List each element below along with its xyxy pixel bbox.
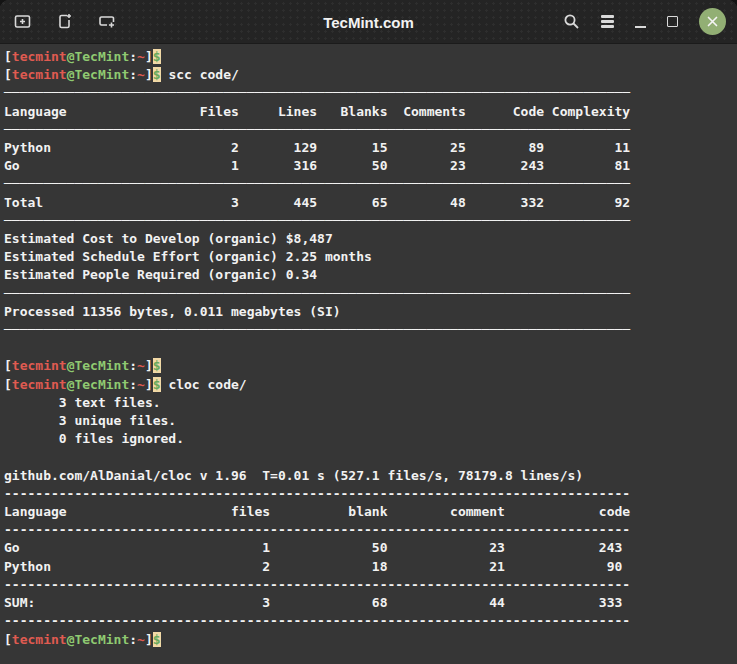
prompt-bracket: ]: [145, 49, 153, 64]
terminal-output-line: ────────────────────────────────────────…: [4, 321, 737, 339]
maximize-button[interactable]: [667, 16, 678, 27]
new-tab-icon: [56, 13, 73, 30]
terminal-output-line: 3 unique files.: [4, 412, 737, 430]
terminal-prompt-line: [tecmint@TecMint:~]$: [4, 631, 737, 649]
output-text: ----------------------------------------…: [4, 522, 630, 537]
terminal-output-line: ----------------------------------------…: [4, 612, 737, 630]
search-icon: [563, 13, 580, 30]
terminal-output-line: Python 2 129 15 25 89 11: [4, 139, 737, 157]
output-text: Estimated Cost to Develop (organic) $8,4…: [4, 231, 333, 246]
minimize-icon: [635, 26, 646, 28]
terminal-output-line: ────────────────────────────────────────…: [4, 212, 737, 230]
output-text: [4, 340, 12, 355]
output-text: Processed 11356 bytes, 0.011 megabytes (…: [4, 304, 341, 319]
terminal-output-line: Language Files Lines Blanks Comments Cod…: [4, 103, 737, 121]
terminal-output-line: ────────────────────────────────────────…: [4, 121, 737, 139]
terminal-output-line: Estimated Cost to Develop (organic) $8,4…: [4, 230, 737, 248]
output-text: ────────────────────────────────────────…: [4, 322, 630, 337]
prompt-user: tecmint: [12, 358, 67, 373]
output-text: ────────────────────────────────────────…: [4, 286, 630, 301]
prompt-cursor: $: [153, 632, 161, 647]
titlebar-right-buttons: [563, 8, 737, 35]
prompt-path: ~: [137, 632, 145, 647]
menu-button[interactable]: [601, 15, 614, 28]
prompt-bracket: ]: [145, 358, 153, 373]
prompt-path: ~: [137, 377, 145, 392]
output-text: Python 2 129 15 25 89 11: [4, 140, 630, 155]
new-window-button[interactable]: [14, 13, 31, 30]
output-text: SUM: 3 68 44 333: [4, 595, 622, 610]
prompt-bracket: [: [4, 377, 12, 392]
terminal-prompt-line: [tecmint@TecMint:~]$: [4, 357, 737, 375]
terminal-output-line: Total 3 445 65 48 332 92: [4, 194, 737, 212]
minimize-button[interactable]: [635, 16, 646, 28]
tab-overview-button[interactable]: [98, 13, 116, 30]
terminal-output-line: Estimated Schedule Effort (organic) 2.25…: [4, 248, 737, 266]
terminal-output-line: Estimated People Required (organic) 0.34: [4, 266, 737, 284]
output-text: ────────────────────────────────────────…: [4, 176, 630, 191]
hamburger-menu-icon: [601, 15, 614, 28]
search-button[interactable]: [563, 13, 580, 30]
terminal-prompt-line: [tecmint@TecMint:~]$ cloc code/: [4, 376, 737, 394]
prompt-colon: :: [129, 67, 137, 82]
prompt-bracket: ]: [145, 67, 153, 82]
terminal-output-line: ────────────────────────────────────────…: [4, 84, 737, 102]
prompt-cursor: $: [153, 49, 161, 64]
terminal-output-line: ────────────────────────────────────────…: [4, 285, 737, 303]
terminal-output-line: 3 text files.: [4, 394, 737, 412]
close-icon: [706, 15, 719, 28]
new-tab-button[interactable]: [56, 13, 73, 30]
prompt-host: TecMint: [74, 49, 129, 64]
terminal-window: TecMint.com: [0, 0, 737, 664]
output-text: Estimated Schedule Effort (organic) 2.25…: [4, 249, 372, 264]
prompt-host: TecMint: [74, 358, 129, 373]
command-text: scc code/: [161, 67, 239, 82]
terminal-output-line: Go 1 316 50 23 243 81: [4, 157, 737, 175]
output-text: github.com/AlDanial/cloc v 1.96 T=0.01 s…: [4, 468, 583, 483]
output-text: Total 3 445 65 48 332 92: [4, 195, 630, 210]
terminal-output-line: Go 1 50 23 243: [4, 539, 737, 557]
terminal-output-line: ----------------------------------------…: [4, 521, 737, 539]
terminal-content[interactable]: [tecmint@TecMint:~]$[tecmint@TecMint:~]$…: [0, 44, 737, 649]
output-text: 0 files ignored.: [4, 431, 184, 446]
close-button[interactable]: [699, 8, 726, 35]
terminal-output-line: [4, 339, 737, 357]
terminal-output-line: ────────────────────────────────────────…: [4, 175, 737, 193]
prompt-cursor: $: [153, 358, 161, 373]
prompt-colon: :: [129, 358, 137, 373]
output-text: ----------------------------------------…: [4, 577, 630, 592]
output-text: ────────────────────────────────────────…: [4, 85, 630, 100]
prompt-path: ~: [137, 358, 145, 373]
prompt-user: tecmint: [12, 49, 67, 64]
output-text: ----------------------------------------…: [4, 613, 630, 628]
terminal-output-line: Processed 11356 bytes, 0.011 megabytes (…: [4, 303, 737, 321]
prompt-user: tecmint: [12, 632, 67, 647]
output-text: Estimated People Required (organic) 0.34: [4, 267, 317, 282]
terminal-output-line: github.com/AlDanial/cloc v 1.96 T=0.01 s…: [4, 467, 737, 485]
prompt-path: ~: [137, 49, 145, 64]
prompt-host: TecMint: [74, 377, 129, 392]
titlebar: TecMint.com: [0, 0, 737, 44]
terminal-output-line: ----------------------------------------…: [4, 576, 737, 594]
output-text: Language files blank comment code: [4, 504, 630, 519]
command-text: cloc code/: [161, 377, 247, 392]
tab-overview-icon: [98, 13, 116, 30]
prompt-colon: :: [129, 49, 137, 64]
prompt-colon: :: [129, 377, 137, 392]
prompt-host: TecMint: [74, 632, 129, 647]
output-text: 3 text files.: [4, 395, 161, 410]
titlebar-left-buttons: [0, 13, 116, 30]
terminal-prompt-line: [tecmint@TecMint:~]$ scc code/: [4, 66, 737, 84]
prompt-colon: :: [129, 632, 137, 647]
prompt-bracket: [: [4, 49, 12, 64]
output-text: [4, 449, 12, 464]
new-window-icon: [14, 13, 31, 30]
prompt-user: tecmint: [12, 67, 67, 82]
prompt-path: ~: [137, 67, 145, 82]
output-text: ────────────────────────────────────────…: [4, 213, 630, 228]
prompt-cursor: $: [153, 67, 161, 82]
output-text: Language Files Lines Blanks Comments Cod…: [4, 104, 630, 119]
terminal-output-line: ----------------------------------------…: [4, 485, 737, 503]
prompt-host: TecMint: [74, 67, 129, 82]
terminal-output-line: Language files blank comment code: [4, 503, 737, 521]
